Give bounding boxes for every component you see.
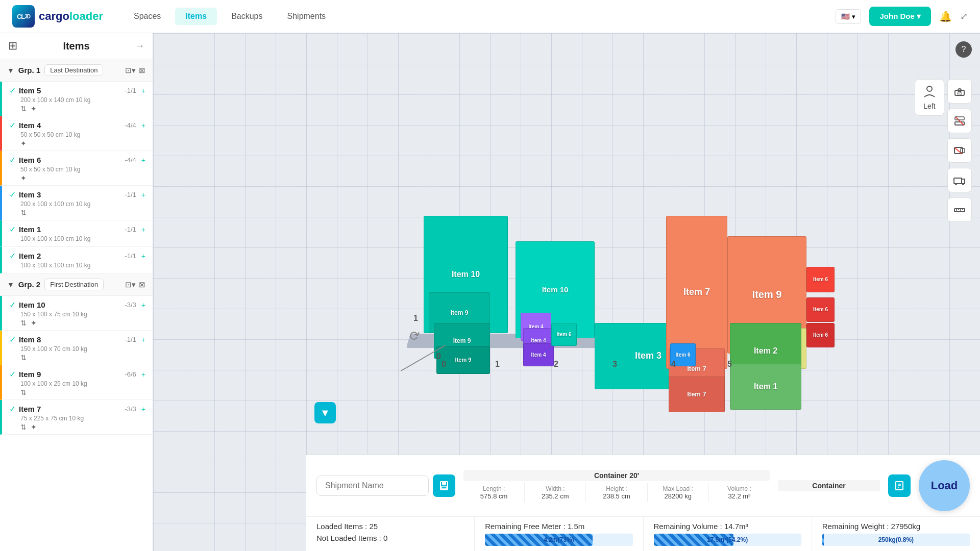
group-1-destination[interactable]: Last Destination	[44, 64, 103, 76]
save-shipment-button[interactable]	[433, 474, 455, 497]
item-5-name: Item 5	[19, 86, 121, 95]
item-row: ✓ Item 4 -4/4 + 50 x 50 x 50 cm 10 kg ✦	[0, 116, 153, 151]
item-10-name: Item 10	[19, 300, 121, 309]
group-1-header: ▼ Grp. 1 Last Destination ⊡▾ ⊠	[0, 59, 153, 82]
sidebar: ⊞ Items → ▼ Grp. 1 Last Destination ⊡▾ ⊠…	[0, 33, 153, 551]
nav-items[interactable]: Items	[175, 8, 217, 25]
logo-loader: loader	[69, 10, 103, 22]
sidebar-collapse-button[interactable]: →	[135, 41, 144, 52]
item-row: ✓ Item 6 -4/4 + 50 x 50 x 50 cm 10 kg ✦	[0, 151, 153, 186]
item-3-count: -1/1	[125, 191, 136, 198]
bottom-stats-container: Container 20' Length : 575.8 cm Width : …	[306, 455, 980, 551]
ruler-icon	[953, 204, 966, 216]
notifications-button[interactable]: 🔔	[939, 10, 952, 22]
group-2-chevron[interactable]: ▼	[7, 281, 14, 289]
pdf-icon	[894, 481, 904, 491]
item-6-add[interactable]: +	[141, 156, 145, 164]
svg-line-5	[955, 117, 964, 125]
bottom-row1: Container 20' Length : 575.8 cm Width : …	[306, 455, 980, 517]
item-1-add[interactable]: +	[141, 226, 145, 234]
truck-button[interactable]	[947, 168, 972, 192]
remaining-free-meter-label: Remaining Free Meter : 1.5m	[485, 522, 632, 531]
user-menu-button[interactable]: John Doe ▾	[869, 7, 931, 26]
item-1-dims: 100 x 100 x 100 cm 10 kg	[20, 235, 145, 242]
item-7-add[interactable]: +	[141, 405, 145, 413]
no-stack-button[interactable]	[947, 109, 972, 133]
export-pdf-button[interactable]	[888, 474, 911, 497]
spec-maxload: Max Load : 28200 kg	[648, 483, 709, 502]
item-row: ✓ Item 3 -1/1 + 200 x 100 x 100 cm 10 kg…	[0, 186, 153, 220]
item-9-arrows[interactable]: ⇅	[20, 388, 27, 396]
item-9-actions: ⇅	[20, 388, 145, 396]
item-5-arrows[interactable]: ⇅	[20, 105, 27, 113]
help-button[interactable]: ?	[955, 41, 972, 58]
item-5-add[interactable]: +	[141, 87, 145, 95]
fullscreen-button[interactable]: ⤢	[960, 11, 968, 22]
item-4-check: ✓	[9, 120, 16, 130]
grid-icon: ⊞	[8, 39, 17, 53]
group-2-destination[interactable]: First Destination	[44, 279, 104, 290]
item-4-add[interactable]: +	[141, 121, 145, 130]
item-10-arrows[interactable]: ⇅	[20, 319, 27, 327]
item-8-add[interactable]: +	[141, 336, 145, 344]
language-selector[interactable]: 🇺🇸 ▾	[836, 9, 861, 24]
load-button[interactable]: Load	[919, 460, 970, 511]
iso-item-6d: Item 6	[806, 297, 835, 322]
logo-icon: CL 3D	[12, 5, 35, 28]
axis-2: 2	[554, 360, 558, 369]
item-6-actions: ✦	[20, 174, 145, 182]
item-9-add[interactable]: +	[141, 370, 145, 379]
item-10-star[interactable]: ✦	[31, 319, 37, 327]
item-6-star[interactable]: ✦	[20, 174, 27, 182]
viewport-3d[interactable]: Item 10 Item 9 Item 9 Item 9 Item 10 Ite…	[153, 33, 980, 551]
scroll-down-button[interactable]: ▼	[314, 402, 336, 423]
container-20-info: Container 20' Length : 575.8 cm Width : …	[463, 470, 770, 502]
item-2-count: -1/1	[125, 252, 136, 260]
nav-backups[interactable]: Backups	[221, 8, 273, 25]
container-specs-row: Length : 575.8 cm Width : 235.2 cm Heigh…	[463, 483, 770, 502]
item-7-dims: 75 x 225 x 75 cm 10 kg	[20, 415, 145, 422]
group-2-settings-icon[interactable]: ⊠	[139, 280, 145, 289]
weight-view-button[interactable]: KG	[947, 79, 972, 104]
item-6-top: ✓ Item 6 -4/4 +	[9, 155, 145, 165]
view-label: Left	[923, 102, 935, 110]
item-6-check: ✓	[9, 155, 16, 165]
item-3-add[interactable]: +	[141, 191, 145, 199]
item-row: ✓ Item 5 -1/1 + 200 x 100 x 140 cm 10 kg…	[0, 82, 153, 116]
nav-spaces[interactable]: Spaces	[124, 8, 171, 25]
item-7-star[interactable]: ✦	[31, 423, 37, 431]
item-5-top: ✓ Item 5 -1/1 +	[9, 86, 145, 95]
item-6-dims: 50 x 50 x 50 cm 10 kg	[20, 166, 145, 173]
container-20-title: Container 20'	[463, 470, 770, 481]
no-load-icon	[953, 144, 966, 157]
item-2-add[interactable]: +	[141, 252, 145, 260]
group-1-settings-icon[interactable]: ⊠	[139, 66, 145, 75]
item-3-actions: ⇅	[20, 209, 145, 217]
group-1-chevron[interactable]: ▼	[7, 66, 14, 74]
item-4-count: -4/4	[125, 121, 136, 129]
item-8-count: -1/1	[125, 336, 136, 343]
no-load-button[interactable]	[947, 138, 972, 163]
iso-item-6e: Item 6	[806, 323, 835, 347]
item-8-top: ✓ Item 8 -1/1 +	[9, 335, 145, 344]
logo-cargo: cargo	[39, 10, 69, 22]
nav-shipments[interactable]: Shipments	[277, 8, 336, 25]
container-2-title: Container	[778, 480, 880, 491]
item-3-top: ✓ Item 3 -1/1 +	[9, 190, 145, 199]
logo-3d: 3D	[24, 14, 30, 19]
item-5-star[interactable]: ✦	[31, 105, 37, 113]
item-10-dims: 150 x 100 x 75 cm 10 kg	[20, 311, 145, 318]
ruler-button[interactable]	[947, 197, 972, 222]
shipment-name-input[interactable]	[316, 475, 429, 496]
item-3-arrows[interactable]: ⇅	[20, 209, 27, 217]
item-8-name: Item 8	[19, 335, 121, 344]
group-1-sort-icon[interactable]: ⊡▾	[125, 66, 136, 75]
item-4-star[interactable]: ✦	[20, 139, 27, 147]
spec-volume: Volume : 32.2 m³	[709, 483, 770, 502]
main-nav: Spaces Items Backups Shipments	[124, 8, 836, 25]
item-7-arrows[interactable]: ⇅	[20, 423, 27, 431]
item-8-check: ✓	[9, 335, 16, 344]
item-10-add[interactable]: +	[141, 301, 145, 309]
group-2-sort-icon[interactable]: ⊡▾	[125, 280, 136, 289]
item-8-arrows[interactable]: ⇅	[20, 354, 27, 362]
